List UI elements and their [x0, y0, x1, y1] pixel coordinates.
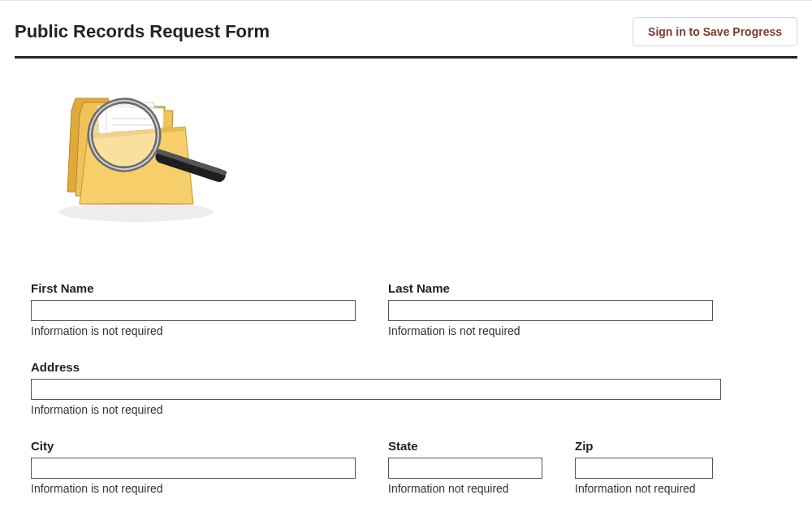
last-name-label: Last Name [388, 281, 778, 295]
header: Public Records Request Form Sign in to S… [15, 1, 797, 56]
first-name-input[interactable] [31, 300, 356, 321]
zip-field-group: Zip Information not required [575, 439, 778, 495]
state-hint: Information not required [388, 482, 542, 495]
last-name-input[interactable] [388, 300, 713, 321]
state-input[interactable] [388, 458, 542, 479]
sign-in-save-button[interactable]: Sign in to Save Progress [633, 17, 797, 46]
svg-point-5 [59, 202, 214, 222]
city-input[interactable] [31, 458, 356, 479]
zip-label: Zip [575, 439, 778, 453]
last-name-hint: Information is not required [388, 324, 778, 337]
address-hint: Information is not required [31, 403, 778, 416]
page-container: Public Records Request Form Sign in to S… [0, 0, 812, 495]
header-divider [15, 56, 797, 59]
folder-magnifier-icon [31, 78, 234, 232]
form-grid: First Name Information is not required L… [15, 281, 797, 495]
zip-hint: Information not required [575, 482, 778, 495]
page-title: Public Records Request Form [15, 21, 270, 42]
first-name-label: First Name [31, 281, 356, 295]
first-name-field-group: First Name Information is not required [31, 281, 356, 337]
address-label: Address [31, 360, 778, 374]
zip-input[interactable] [575, 458, 713, 479]
city-field-group: City Information is not required [31, 439, 356, 495]
first-name-hint: Information is not required [31, 324, 356, 337]
address-field-group: Address Information is not required [31, 360, 778, 416]
last-name-field-group: Last Name Information is not required [388, 281, 778, 337]
state-label: State [388, 439, 542, 453]
city-label: City [31, 439, 356, 453]
address-input[interactable] [31, 379, 721, 400]
folder-magnifier-image [31, 78, 234, 232]
state-field-group: State Information not required [388, 439, 542, 495]
city-hint: Information is not required [31, 482, 356, 495]
